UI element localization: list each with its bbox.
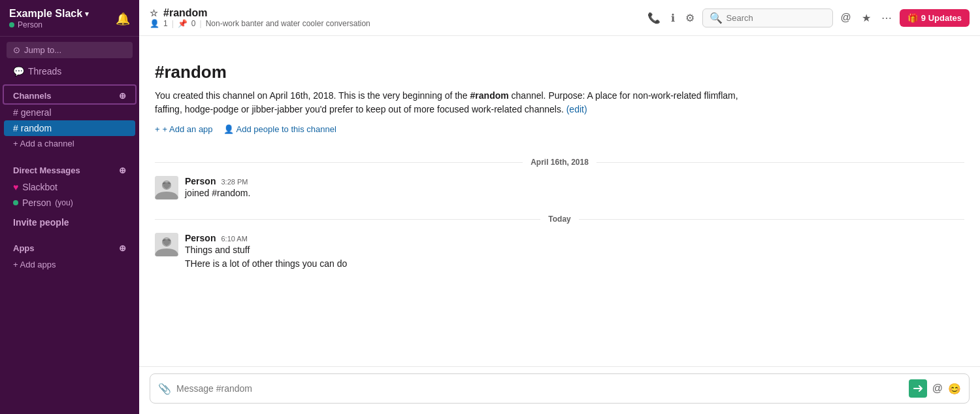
message-2-author: Person (185, 233, 216, 243)
star-channel-icon[interactable]: ☆ (150, 8, 158, 18)
send-button[interactable] (909, 379, 927, 398)
members-count: 1 (163, 19, 168, 28)
search-icon: 🔍 (710, 12, 723, 24)
hash-icon: # (13, 123, 18, 133)
invite-people-button[interactable]: Invite people (4, 213, 135, 232)
info-icon[interactable]: ℹ (668, 9, 678, 27)
channel-intro-heading: #random (155, 62, 964, 82)
channel-intro-desc: You created this channel on April 16th, … (155, 89, 743, 116)
message-input-icons: @ 😊 (909, 379, 961, 398)
online-indicator (9, 22, 14, 27)
workspace-name[interactable]: Example Slack ▾ (9, 8, 89, 20)
add-channel-icon[interactable]: ⊕ (119, 91, 126, 101)
star-icon[interactable]: ★ (859, 9, 874, 27)
sidebar-header: Example Slack ▾ Person 🔔 (0, 0, 139, 37)
message-1-time: 3:28 PM (221, 178, 248, 186)
workspace-status: Person (9, 20, 89, 29)
channel-name: #random (163, 7, 208, 19)
message-2-time: 6:10 AM (221, 235, 247, 243)
avatar-2 (155, 233, 178, 256)
dm-item-person[interactable]: Person (you) (4, 195, 135, 211)
hash-icon: # (13, 107, 18, 118)
add-apps-icon[interactable]: ⊕ (119, 243, 126, 253)
emoji-icon[interactable]: 😊 (948, 383, 961, 395)
gear-icon[interactable]: ⚙ (683, 9, 697, 27)
message-input-area: 📎 @ 😊 (139, 366, 980, 414)
plus-icon: + (155, 124, 160, 134)
channel-item-random[interactable]: # random (4, 120, 135, 136)
more-icon[interactable]: ⋯ (879, 9, 894, 27)
message-1-author: Person (185, 176, 216, 186)
phone-icon[interactable]: 📞 (645, 9, 663, 27)
avatar-1 (155, 176, 178, 199)
sidebar-item-threads[interactable]: 💬 Threads (4, 63, 135, 79)
channel-intro: #random You created this channel on Apri… (139, 36, 980, 147)
channel-content: #random You created this channel on Apri… (139, 36, 980, 366)
at-message-icon[interactable]: @ (932, 383, 943, 394)
attach-file-icon[interactable]: 📎 (158, 383, 171, 395)
jump-to-button[interactable]: ⊙ Jump to... (7, 42, 133, 58)
edit-channel-link[interactable]: (edit) (566, 104, 587, 114)
updates-button[interactable]: 🎁 9 Updates (900, 9, 970, 27)
threads-icon: 💬 (13, 66, 24, 77)
channels-section: Channels ⊕ # general # random + Add a ch… (0, 79, 139, 154)
channel-title-area: ☆ #random 👤 1 | 📌 0 | Non-work banter an… (150, 7, 370, 28)
main-content: ☆ #random 👤 1 | 📌 0 | Non-work banter an… (139, 0, 980, 414)
channel-name-row: ☆ #random (150, 7, 370, 19)
sidebar: Example Slack ▾ Person 🔔 ⊙ Jump to... 💬 … (0, 0, 139, 414)
person-online-dot (13, 200, 18, 205)
channels-section-header[interactable]: Channels ⊕ (3, 84, 137, 105)
channel-meta-row: 👤 1 | 📌 0 | Non-work banter and water co… (150, 19, 370, 28)
message-2-header: Person 6:10 AM (185, 233, 964, 243)
message-2-body: Person 6:10 AM Things and stuff THere is… (185, 233, 964, 271)
notification-bell-icon[interactable]: 🔔 (116, 12, 130, 26)
message-2: Person 6:10 AM Things and stuff THere is… (139, 229, 980, 275)
add-people-button[interactable]: 👤 Add people to this channel (223, 124, 336, 134)
jump-icon: ⊙ (13, 45, 20, 55)
pinned-count: 0 (191, 19, 196, 28)
date-divider-1: April 16th, 2018 (139, 147, 980, 172)
add-apps-button[interactable]: + Add apps (4, 257, 135, 272)
channel-item-general[interactable]: # general (4, 105, 135, 120)
message-1-body: Person 3:28 PM joined #random. (185, 176, 964, 200)
dm-section-header[interactable]: Direct Messages ⊕ (3, 159, 137, 179)
add-dm-icon[interactable]: ⊕ (119, 165, 126, 175)
dm-item-slackbot[interactable]: ♥ Slackbot (4, 179, 135, 195)
search-bar[interactable]: 🔍 (702, 9, 833, 27)
message-input[interactable] (176, 383, 904, 394)
apps-section-header[interactable]: Apps ⊕ (3, 237, 137, 257)
pin-icon: 📌 (178, 19, 188, 28)
add-channel-button[interactable]: + Add a channel (4, 136, 135, 151)
at-icon[interactable]: @ (838, 9, 854, 26)
topbar-actions: 📞 ℹ ⚙ 🔍 @ ★ ⋯ 🎁 9 Updates (645, 9, 970, 27)
add-app-button[interactable]: + + Add an app (155, 124, 213, 134)
slackbot-icon: ♥ (13, 182, 18, 192)
person-add-icon: 👤 (223, 124, 234, 134)
message-2-text: Things and stuff THere is a lot of other… (185, 243, 964, 271)
date-divider-2: Today (139, 204, 980, 229)
workspace-chevron-icon: ▾ (85, 10, 89, 18)
topbar: ☆ #random 👤 1 | 📌 0 | Non-work banter an… (139, 0, 980, 36)
dm-section: Direct Messages ⊕ ♥ Slackbot Person (you… (0, 154, 139, 213)
channel-description: Non-work banter and water cooler convers… (206, 19, 370, 28)
gift-icon: 🎁 (907, 13, 918, 23)
members-icon: 👤 (150, 19, 159, 28)
apps-section: Apps ⊕ + Add apps (0, 232, 139, 275)
search-input[interactable] (727, 13, 826, 23)
channel-actions: + + Add an app 👤 Add people to this chan… (155, 124, 964, 134)
message-input-box: 📎 @ 😊 (150, 373, 970, 404)
message-1-text: joined #random. (185, 186, 964, 200)
message-1-header: Person 3:28 PM (185, 176, 964, 186)
message-1: Person 3:28 PM joined #random. (139, 172, 980, 204)
